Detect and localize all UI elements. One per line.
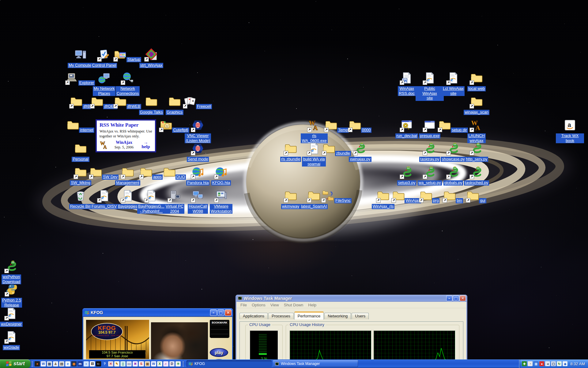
desktop-icon-gui[interactable]: ↗gui (462, 190, 491, 203)
quicklaunch-internet-explorer-icon[interactable]: e (65, 361, 70, 366)
desktop-icon-strt-winajax[interactable]: ↗strt_WinAjax (137, 48, 166, 68)
tray-network-status-icon[interactable]: ▥ (533, 361, 538, 366)
desktop-icon-0000[interactable]: ↗0000 (345, 119, 375, 133)
shortcut-arrow-icon: ↗ (400, 128, 404, 132)
maximize-button[interactable]: □ (217, 309, 224, 316)
quicklaunch-user-tool-icon[interactable]: ♟ (53, 361, 58, 366)
quicklaunch-excel-icon[interactable]: X (157, 361, 162, 366)
desktop-icon-personal[interactable]: Personal (66, 142, 95, 162)
desktop-icon-network-connections[interactable]: ↗Network Connections (113, 72, 142, 96)
taskbar-grip[interactable] (183, 361, 184, 367)
desktop-icon-label: Management (115, 180, 140, 186)
quicklaunch-package-icon[interactable]: ▣ (145, 361, 150, 366)
desktop-icon-filesync[interactable]: ↗FileSync (322, 190, 352, 203)
python-icon: ↗ (424, 142, 436, 155)
maximize-button[interactable]: □ (453, 295, 459, 301)
taskbar-button-windows-task-manager[interactable]: Windows Task Manager (273, 360, 358, 367)
menu-file[interactable]: File (238, 302, 249, 308)
close-button[interactable]: ✕ (460, 295, 466, 301)
python-icon: ↗ (470, 166, 483, 178)
task-manager-titlebar[interactable]: Windows Task Manager – □ ✕ (236, 295, 467, 302)
tray-scheduler-icon[interactable]: ◔ (528, 361, 533, 366)
help-link[interactable]: help (139, 144, 152, 149)
minimize-button[interactable]: – (210, 309, 217, 316)
quicklaunch-graphics-x-icon[interactable]: ✖ (133, 361, 138, 366)
desktop-icon-internet[interactable]: internet (66, 119, 95, 133)
quicklaunch-word-doc-icon[interactable]: W (41, 361, 46, 366)
quicklaunch-s-logo-icon[interactable]: S (139, 361, 144, 366)
close-button[interactable]: ✕ (225, 309, 232, 316)
python-icon: ↗ (354, 142, 366, 155)
couple-photo (151, 322, 208, 362)
python-icon: ↗ (470, 142, 483, 155)
tray-icons: ✚◔▥●◄▢↻◆ (522, 361, 568, 366)
rss-whitepaper-popup[interactable]: RSS White Paper WinAjax vs. RSS whitepap… (96, 119, 156, 152)
bookmark-slot (211, 325, 228, 329)
bookmark-panel[interactable]: BOOKMARK (210, 320, 229, 338)
desktop-icon-track-wx-book[interactable]: Track WX book (555, 119, 585, 143)
desktop-icon-wxglade[interactable]: ↗wxGlade (0, 331, 26, 350)
quicklaunch-launcher-ball-icon[interactable]: ● (35, 361, 40, 366)
quicklaunch-remote-tool-icon[interactable]: ✕ (108, 361, 113, 366)
help-arrow-icon: → (139, 140, 152, 144)
desktop-icon-launch-winajax[interactable]: ↗LAUNCH winAjax (462, 119, 491, 143)
tray-display-settings-icon[interactable]: ▢ (551, 361, 556, 366)
quicklaunch-journal-icon[interactable]: ▯ (120, 361, 126, 366)
desktop-icon-wxpython-download[interactable]: ↗wxPython Download (0, 260, 26, 284)
quicklaunch-dice-game-icon[interactable]: ⚄ (90, 361, 95, 366)
quicklaunch-pda-sync-icon[interactable]: ▭ (126, 361, 132, 366)
quicklaunch-help-icon[interactable]: ? (102, 361, 107, 366)
desktop-icon-http-serv-py[interactable]: ↗http_serv.py (462, 142, 491, 162)
tab-processes[interactable]: Processes (268, 313, 294, 319)
menu-shutdown[interactable]: Shut Down (282, 302, 306, 308)
taskbar-grip[interactable] (32, 361, 33, 367)
desktop-icon-label: HouseCall W098 (188, 204, 208, 214)
quicklaunch-duo-app-icon[interactable]: D (169, 361, 175, 366)
shortcut-arrow-icon: ↗ (90, 104, 95, 109)
tab-applications[interactable]: Applications (239, 313, 268, 319)
caption-line-2: 97.7 San Jose (89, 354, 145, 358)
desktop-icon-tasksched-py[interactable]: ↗tasksched.py (462, 166, 491, 186)
desktop-icon-vnc-viewer-listen-mode[interactable]: ↗VNC Viewer (Listen Mode) (183, 119, 213, 143)
desktop-icon-send-mode[interactable]: ↗Send mode (183, 142, 213, 162)
quicklaunch-media-icon[interactable]: ♬ (163, 361, 168, 366)
tray-sync-icon[interactable]: ↻ (557, 361, 562, 366)
desktop-icon-python-2-5-release[interactable]: ↗Python 2.5 Release (0, 283, 26, 308)
tab-networking[interactable]: Networking (324, 313, 351, 319)
taskbar-button-kfog[interactable]: KFOG (187, 360, 272, 367)
python-icon: ↗ (447, 166, 459, 178)
tab-users[interactable]: Users (352, 313, 369, 319)
desktop-icon-vmware-workstation[interactable]: ↗VMware Workstation (206, 190, 236, 214)
desktop-icon-winajax-scan[interactable]: ↗winajax_scan (462, 95, 491, 115)
menu-view[interactable]: View (268, 302, 281, 308)
vnc-icon: ↗ (192, 142, 204, 155)
quicklaunch-mach-icon[interactable]: m (77, 361, 83, 366)
cpu-history-graph-1 (290, 331, 371, 362)
tray-messenger-tray-icon[interactable]: ◆ (563, 361, 567, 366)
tray-volume-icon[interactable]: ◄ (545, 361, 550, 366)
minimize-button[interactable]: – (446, 295, 452, 301)
desktop-icon-xwinajax-py[interactable]: ↗xwinajax.py (345, 142, 375, 162)
desktop-icon-wxdesigner[interactable]: ↗wxDesigner (0, 307, 26, 327)
quicklaunch-printer-icon[interactable]: ▤ (59, 361, 64, 366)
start-button[interactable]: start (0, 359, 31, 368)
wa-icon: ↗ (470, 119, 483, 131)
quicklaunch-notepad-icon[interactable]: ✎ (114, 361, 119, 366)
quicklaunch-pinwheel-icon[interactable]: ✳ (175, 361, 181, 366)
tray-antivirus-shield-icon[interactable]: ✚ (522, 361, 527, 366)
menu-options[interactable]: Options (250, 302, 268, 308)
menu-help[interactable]: Help (306, 302, 318, 308)
quicklaunch-messenger-icon[interactable]: ◗ (84, 361, 89, 366)
quicklaunch-command-prompt-icon[interactable]: C: (96, 361, 101, 366)
play-button[interactable]: play (210, 348, 228, 357)
quicklaunch-word-icon[interactable]: W (151, 361, 156, 366)
iedoc-icon: ↗ (122, 190, 134, 202)
tab-performance[interactable]: Performance (294, 312, 324, 320)
desktop-icon-freecell[interactable]: ↗Freecell (183, 95, 213, 109)
desktop-icon-local-web[interactable]: ↗local web (462, 72, 491, 91)
tray-alert-icon[interactable]: ● (539, 361, 544, 366)
desktop-icon-kfog-hta[interactable]: ↗KFOG.hta (206, 166, 236, 186)
quicklaunch-calculator-icon[interactable]: ▦ (47, 361, 52, 366)
quicklaunch-firefox-icon[interactable]: ◉ (71, 361, 77, 366)
kfog-titlebar[interactable]: KFOG – □ ✕ (82, 308, 233, 317)
